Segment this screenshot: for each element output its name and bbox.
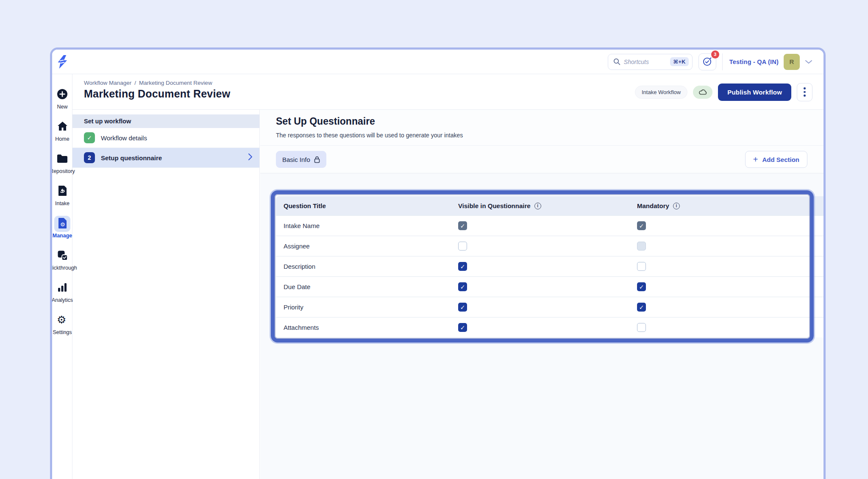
visible-checkbox <box>458 221 467 230</box>
autosave-status-pill <box>693 86 712 99</box>
more-options-button[interactable] <box>797 83 812 101</box>
sidebar-item-home[interactable]: Home <box>54 119 70 142</box>
breadcrumb-current: Marketing Document Review <box>139 80 212 86</box>
column-mandatory: Mandatory i <box>637 202 824 209</box>
breadcrumb-separator: / <box>134 80 136 86</box>
question-title-cell: Intake Name <box>276 222 458 229</box>
question-title-cell: Due Date <box>276 283 458 290</box>
column-question-title: Question Title <box>276 202 458 209</box>
mandatory-checkbox <box>637 242 646 251</box>
intake-doc-icon <box>57 185 67 198</box>
logo-cell[interactable] <box>52 50 72 74</box>
table-header-row: Question Title Visible in Questionnaire … <box>276 196 824 215</box>
column-visible-in-questionnaire: Visible in Questionnaire i <box>458 202 637 209</box>
table-row: Assignee <box>276 236 824 256</box>
search-input[interactable]: Shortcuts ⌘+K <box>608 54 693 70</box>
section-tabs-row: Basic Info + Add Section <box>260 146 823 173</box>
info-icon[interactable]: i <box>673 203 680 209</box>
questionnaire-header: Set Up Questionnaire The responses to th… <box>260 110 823 146</box>
question-title-cell: Description <box>276 263 458 270</box>
mandatory-checkbox[interactable] <box>637 303 646 312</box>
chevron-down-icon <box>805 59 812 64</box>
visible-checkbox[interactable] <box>458 242 467 251</box>
questionnaire-title: Set Up Questionnaire <box>276 116 375 127</box>
manage-doc-gear-icon: ⚙ <box>57 217 67 231</box>
bar-chart-icon <box>57 282 68 295</box>
lock-icon <box>314 156 320 163</box>
sidebar-item-new[interactable]: New <box>54 87 70 110</box>
search-placeholder: Shortcuts <box>624 58 667 65</box>
sidebar-item-manage[interactable]: ⚙ Manage <box>53 216 72 239</box>
topbar-divider <box>722 53 723 70</box>
table-row: Due Date <box>276 276 824 297</box>
kebab-icon <box>804 87 806 89</box>
visible-checkbox[interactable] <box>458 323 467 332</box>
sidebar-item-clickthrough[interactable]: Clickthrough <box>50 248 77 271</box>
breadcrumb: Workflow Manager / Marketing Document Re… <box>84 80 212 86</box>
questionnaire-table: Question Title Visible in Questionnaire … <box>276 196 824 337</box>
desktop-background: Shortcuts ⌘+K 3 Testing - QA (IN) R W <box>0 0 868 479</box>
mandatory-checkbox[interactable] <box>637 323 646 332</box>
question-title-cell: Attachments <box>276 324 458 331</box>
add-section-button[interactable]: + Add Section <box>745 151 807 168</box>
shortcut-key-chip: ⌘+K <box>670 57 688 66</box>
table-row: Description <box>276 256 824 276</box>
question-title-cell: Assignee <box>276 242 458 250</box>
cloud-icon <box>698 89 707 95</box>
svg-text:⚙: ⚙ <box>60 221 65 228</box>
step-row[interactable]: ✓ Workflow details <box>72 128 259 148</box>
workflow-type-pill: Intake Workflow <box>635 86 687 99</box>
section-tab-label: Basic Info <box>282 156 310 163</box>
completed-check-badge: ✓ <box>84 132 95 143</box>
header-actions: Intake Workflow Publish Workflow <box>635 74 812 110</box>
page-header: Workflow Manager / Marketing Document Re… <box>72 74 823 110</box>
tab-basic-info[interactable]: Basic Info <box>276 151 326 168</box>
page-title: Marketing Document Review <box>84 88 230 100</box>
home-icon <box>57 121 68 134</box>
chevron-right-icon <box>248 153 253 162</box>
visible-checkbox[interactable] <box>458 282 467 291</box>
publish-workflow-button[interactable]: Publish Workflow <box>718 84 791 101</box>
steps-panel-title: Set up workflow <box>72 114 259 128</box>
search-icon <box>613 58 620 65</box>
question-title-cell: Priority <box>276 304 458 311</box>
mandatory-checkbox[interactable] <box>637 282 646 291</box>
table-row: Attachments <box>276 317 824 337</box>
sidebar-item-repository[interactable]: Repository <box>50 151 75 174</box>
folder-icon <box>56 153 68 165</box>
svg-text:⚙: ⚙ <box>57 314 66 326</box>
topbar: Shortcuts ⌘+K 3 Testing - QA (IN) R <box>72 50 823 74</box>
sidebar-item-settings[interactable]: ⚙ Settings <box>53 312 72 335</box>
plus-icon: + <box>753 155 758 164</box>
step-label: Setup questionnaire <box>101 154 162 162</box>
check-circle-icon <box>702 57 712 67</box>
steps-panel: Set up workflow ✓ Workflow details 2 Set… <box>72 110 260 479</box>
main-content: Set Up Questionnaire The responses to th… <box>260 110 823 479</box>
sidebar-item-analytics[interactable]: Analytics <box>52 280 73 303</box>
plus-circle-icon <box>56 88 68 102</box>
step-label: Workflow details <box>101 134 147 142</box>
sidebar-item-intake[interactable]: Intake <box>54 184 70 206</box>
visible-checkbox[interactable] <box>458 262 467 271</box>
notification-badge: 3 <box>711 50 719 58</box>
tasks-button[interactable]: 3 <box>698 53 716 70</box>
mandatory-checkbox[interactable] <box>637 262 646 271</box>
clickthrough-icon <box>57 250 68 263</box>
gear-icon: ⚙ <box>56 314 68 327</box>
app-window: Shortcuts ⌘+K 3 Testing - QA (IN) R W <box>50 47 826 479</box>
step-row[interactable]: 2 Setup questionnaire <box>72 148 259 168</box>
breadcrumb-workflow-manager[interactable]: Workflow Manager <box>84 80 131 86</box>
table-body: Intake Name Assignee Description Due Dat… <box>276 215 824 337</box>
mandatory-checkbox <box>637 221 646 230</box>
steps-list: ✓ Workflow details 2 Setup questionnaire <box>72 128 259 168</box>
lightning-bolt-logo-icon <box>56 55 69 69</box>
workspace-menu[interactable]: Testing - QA (IN) R <box>729 54 812 70</box>
sidebar-nav: New Home Repository Intake ⚙ Manage Clic… <box>52 74 72 345</box>
questionnaire-subtitle: The responses to these questions will be… <box>276 132 463 139</box>
info-icon[interactable]: i <box>534 203 541 209</box>
visible-checkbox[interactable] <box>458 303 467 312</box>
table-row: Priority <box>276 297 824 317</box>
table-row: Intake Name <box>276 215 824 236</box>
step-number-badge: 2 <box>84 152 95 163</box>
add-section-label: Add Section <box>762 156 799 163</box>
